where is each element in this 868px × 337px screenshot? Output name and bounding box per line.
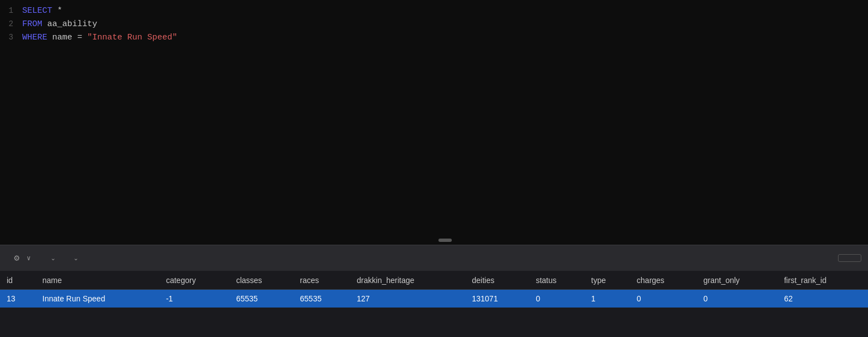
table-row[interactable]: 13Innate Run Speed-165535655351271310710… (0, 290, 868, 308)
col-name: name (36, 271, 159, 290)
col-grant_only: grant_only (697, 271, 777, 290)
toolbar: ⚙ ∨ ⌄ ⌄ (0, 245, 868, 271)
code-line: 2FROM aa_ability (0, 18, 868, 31)
code-line: 3WHERE name = "Innate Run Speed" (0, 31, 868, 44)
token-kw: WHERE (22, 33, 47, 42)
query-favorites-dropdown[interactable]: ⌄ (39, 251, 62, 265)
cell-races: 65535 (293, 290, 350, 308)
line-text: SELECT * (22, 4, 62, 18)
cell-grant_only: 0 (697, 290, 777, 308)
col-first_rank_id: first_rank_id (777, 271, 868, 290)
col-type: type (585, 271, 630, 290)
token-field: name (47, 33, 77, 42)
query-history-chevron-icon: ⌄ (73, 255, 78, 262)
col-status: status (529, 271, 585, 290)
col-id: id (0, 271, 36, 290)
token-string: "Innate Run Speed" (82, 33, 177, 42)
cell-name: Innate Run Speed (36, 290, 159, 308)
query-history-dropdown[interactable]: ⌄ (62, 251, 85, 265)
line-number: 1 (0, 4, 22, 17)
token-field: * (52, 6, 62, 16)
col-classes: classes (230, 271, 293, 290)
col-charges: charges (630, 271, 697, 290)
settings-chevron-icon[interactable]: ∨ (27, 254, 31, 262)
table-body: 13Innate Run Speed-165535655351271310710… (0, 290, 868, 308)
line-number: 2 (0, 18, 22, 30)
results-table: idnamecategoryclassesracesdrakkin_herita… (0, 271, 868, 308)
line-text: FROM aa_ability (22, 18, 97, 31)
code-line: 1SELECT * (0, 4, 868, 18)
table-header-row: idnamecategoryclassesracesdrakkin_herita… (0, 271, 868, 290)
query-favorites-chevron-icon: ⌄ (51, 255, 56, 262)
col-drakkin_heritage: drakkin_heritage (350, 271, 465, 290)
cell-charges: 0 (630, 290, 697, 308)
token-kw: FROM (22, 19, 42, 29)
cell-id: 13 (0, 290, 36, 308)
token-table: aa_ability (42, 19, 97, 29)
line-text: WHERE name = "Innate Run Speed" (22, 31, 177, 44)
token-op: = (77, 33, 82, 42)
scrollbar-thumb[interactable] (438, 239, 452, 242)
sql-editor[interactable]: 1SELECT *2FROM aa_ability3WHERE name = "… (0, 0, 868, 245)
run-current-button[interactable] (838, 254, 861, 262)
cell-first_rank_id: 62 (777, 290, 868, 308)
cell-status: 0 (529, 290, 585, 308)
cell-type: 1 (585, 290, 630, 308)
settings-icon[interactable]: ⚙ (7, 248, 27, 268)
col-category: category (159, 271, 230, 290)
table-header: idnamecategoryclassesracesdrakkin_herita… (0, 271, 868, 290)
cell-drakkin_heritage: 127 (350, 290, 465, 308)
token-kw: SELECT (22, 6, 52, 16)
cell-classes: 65535 (230, 290, 293, 308)
line-number: 3 (0, 31, 22, 43)
horizontal-scrollbar[interactable] (22, 238, 868, 242)
cell-category: -1 (159, 290, 230, 308)
col-deities: deities (465, 271, 529, 290)
results-panel: idnamecategoryclassesracesdrakkin_herita… (0, 271, 868, 337)
code-content: 1SELECT *2FROM aa_ability3WHERE name = "… (0, 4, 868, 44)
cell-deities: 131071 (465, 290, 529, 308)
col-races: races (293, 271, 350, 290)
